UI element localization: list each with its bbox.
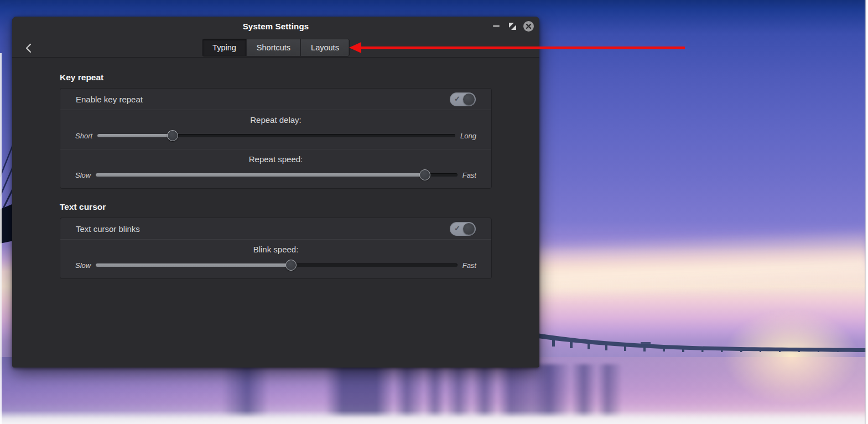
key-repeat-card: Enable key repeat ✓ Repeat delay: Short <box>60 88 492 189</box>
blink-speed-min-label: Slow <box>75 261 91 270</box>
section-heading-text-cursor: Text cursor <box>60 202 492 212</box>
tab-typing[interactable]: Typing <box>202 39 246 56</box>
blink-speed-label: Blink speed: <box>75 245 476 254</box>
close-icon <box>526 23 532 29</box>
annotation-arrow-line <box>360 46 685 49</box>
screen-right-edge <box>865 0 868 424</box>
slider-thumb[interactable] <box>167 130 178 141</box>
toggle-knob <box>463 223 475 235</box>
tab-switcher: Typing Shortcuts Layouts <box>202 39 350 56</box>
repeat-speed-slider[interactable] <box>96 169 458 181</box>
desktop-wallpaper: System Settings <box>0 0 868 424</box>
check-icon: ✓ <box>454 224 460 232</box>
system-settings-window: System Settings <box>12 17 539 368</box>
wallpaper-bottom-fade <box>0 411 868 424</box>
screen-left-edge <box>0 53 2 424</box>
maximize-icon <box>509 23 516 30</box>
repeat-speed-max-label: Fast <box>462 171 476 179</box>
bridge-silhouette <box>530 330 868 363</box>
enable-key-repeat-toggle[interactable]: ✓ <box>450 92 476 106</box>
slider-fill <box>96 173 425 177</box>
maximize-button[interactable] <box>507 20 518 32</box>
text-cursor-blinks-label: Text cursor blinks <box>76 224 140 234</box>
minimize-icon <box>493 25 500 27</box>
repeat-delay-slider[interactable] <box>97 130 455 142</box>
chevron-left-icon <box>25 43 32 53</box>
text-cursor-blinks-toggle[interactable]: ✓ <box>450 222 476 236</box>
repeat-delay-min-label: Short <box>75 132 92 140</box>
repeat-speed-block: Repeat speed: Slow Fast <box>60 149 491 188</box>
window-controls <box>491 20 534 32</box>
check-icon: ✓ <box>454 95 460 103</box>
text-cursor-card: Text cursor blinks ✓ Blink speed: Slow <box>60 218 492 279</box>
toggle-knob <box>463 94 475 105</box>
repeat-speed-min-label: Slow <box>75 171 91 179</box>
tab-shortcuts[interactable]: Shortcuts <box>246 39 300 56</box>
back-button[interactable] <box>22 42 34 54</box>
wallpaper-reflections <box>221 364 653 417</box>
enable-key-repeat-row: Enable key repeat ✓ <box>60 89 491 110</box>
repeat-delay-block: Repeat delay: Short Long <box>60 110 491 149</box>
slider-thumb[interactable] <box>419 169 430 180</box>
minimize-button[interactable] <box>491 20 502 32</box>
repeat-delay-label: Repeat delay: <box>75 115 476 125</box>
repeat-delay-max-label: Long <box>460 132 476 140</box>
settings-content: Key repeat Enable key repeat ✓ Repeat de… <box>12 58 539 279</box>
slider-fill <box>97 134 173 137</box>
blink-speed-slider[interactable] <box>96 259 458 271</box>
foreground-bridge-silhouette <box>0 138 13 249</box>
enable-key-repeat-label: Enable key repeat <box>76 95 143 104</box>
close-button[interactable] <box>523 20 534 32</box>
window-title: System Settings <box>12 22 539 31</box>
blink-speed-max-label: Fast <box>462 261 476 270</box>
annotation-arrowhead-icon <box>349 42 361 53</box>
headerbar: System Settings <box>12 17 539 58</box>
blink-speed-block: Blink speed: Slow Fast <box>60 240 491 278</box>
repeat-speed-label: Repeat speed: <box>75 154 476 164</box>
slider-fill <box>96 263 291 267</box>
text-cursor-blinks-row: Text cursor blinks ✓ <box>60 218 491 239</box>
section-heading-key-repeat: Key repeat <box>60 73 492 82</box>
slider-thumb[interactable] <box>285 260 297 271</box>
tab-layouts[interactable]: Layouts <box>300 39 349 56</box>
